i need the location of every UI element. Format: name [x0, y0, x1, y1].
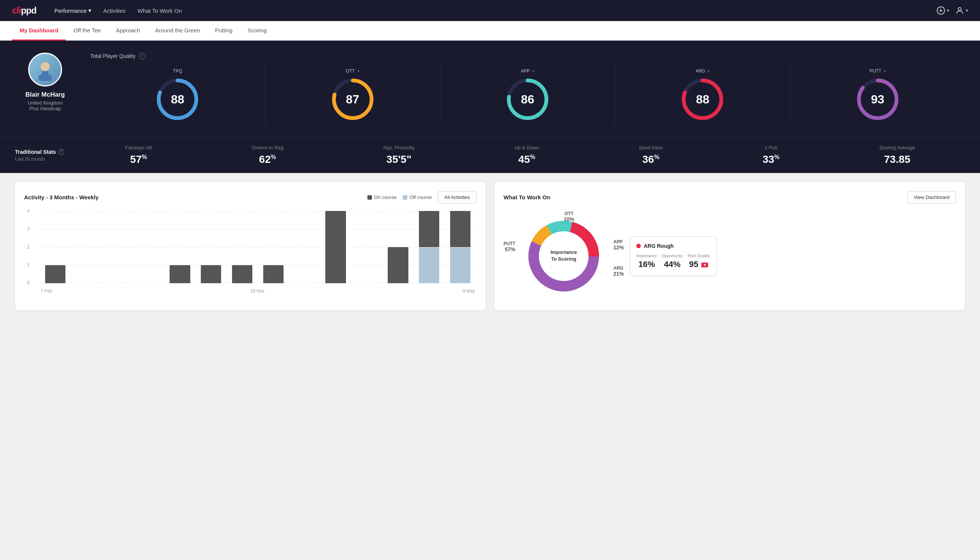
view-dashboard-button[interactable]: View Dashboard	[907, 191, 956, 203]
work-on-content: Importance To Scoring PUTT 57% OTT 10% A…	[504, 211, 956, 301]
app-logo[interactable]: clippd	[12, 5, 37, 16]
bar-stack	[446, 211, 475, 283]
bar-group	[134, 211, 163, 283]
flag-icon: ▼	[701, 263, 708, 267]
legend-on-course: On course	[368, 195, 397, 200]
bar-stack	[228, 211, 257, 283]
player-country: United Kingdom	[28, 100, 63, 106]
nav-right-icons: ▾ ▾	[937, 6, 968, 15]
all-activities-button[interactable]: All Activities	[438, 191, 476, 203]
x-label-mar: 28 Mar	[250, 288, 265, 294]
arrow-icon: ↗	[883, 69, 886, 73]
work-on-header: What To Work On View Dashboard	[504, 191, 956, 203]
svg-point-3	[958, 8, 961, 10]
bar-group	[321, 211, 351, 283]
trad-item-gir: Greens In Reg 62%	[251, 145, 284, 165]
svg-text:Importance: Importance	[551, 249, 577, 255]
ott-label: OTT 10%	[564, 211, 574, 222]
on-course-bar	[232, 265, 253, 283]
arg-label: ARG 21%	[613, 265, 624, 277]
bar-stack	[103, 211, 132, 283]
on-course-bar	[263, 265, 284, 283]
quality-card-tpq: TPQ 88	[90, 65, 265, 125]
tab-scoring[interactable]: Scoring	[240, 21, 274, 41]
bar-stack	[321, 211, 351, 283]
tab-my-dashboard[interactable]: My Dashboard	[12, 21, 66, 41]
info-stat-importance: Importance 16%	[636, 253, 657, 269]
quality-section: Total Player Quality ? TPQ 88	[90, 53, 965, 125]
hero-section: Blair McHarg United Kingdom Plus Handica…	[0, 41, 980, 137]
bar-group	[414, 211, 444, 283]
top-navigation: clippd Performance ▾ Activities What To …	[0, 0, 980, 21]
player-info: Blair McHarg United Kingdom Plus Handica…	[15, 53, 75, 111]
off-course-dot	[403, 195, 407, 200]
info-stats: Importance 16% Opportunity 44% Shot Qual…	[636, 253, 710, 269]
bar-group	[290, 211, 319, 283]
bar-group	[228, 211, 257, 283]
bar-group	[41, 211, 70, 283]
nav-what-to-work-on[interactable]: What To Work On	[138, 8, 182, 14]
trad-item-fairways: Fairways Hit 57%	[125, 145, 152, 165]
traditional-stats: Traditional Stats ? Last 20 rounds Fairw…	[0, 137, 980, 173]
quality-card-app: APP ↗ 86	[440, 65, 615, 125]
avatar	[28, 53, 62, 87]
on-course-bar	[419, 211, 439, 247]
app-chart: 86	[505, 77, 550, 122]
bar-stack	[134, 211, 163, 283]
quality-card-arg: ARG ↗ 88	[615, 65, 790, 125]
quality-title: Total Player Quality ?	[90, 53, 965, 59]
activity-card-header: Activity - 3 Months - Weekly On course O…	[24, 191, 476, 203]
bar-stack	[165, 211, 195, 283]
nav-performance[interactable]: Performance ▾	[55, 7, 92, 14]
bar-stack	[72, 211, 101, 283]
work-on-title: What To Work On	[504, 194, 550, 200]
bar-group	[446, 211, 475, 283]
info-stat-opportunity: Opportunity 44%	[662, 253, 683, 269]
nav-links: Performance ▾ Activities What To Work On	[55, 7, 182, 14]
tab-putting[interactable]: Putting	[208, 21, 240, 41]
on-course-bar	[388, 247, 408, 283]
tab-off-the-tee[interactable]: Off the Tee	[66, 21, 108, 41]
on-course-bar	[325, 211, 346, 283]
app-label: APP 12%	[613, 239, 624, 250]
help-icon[interactable]: ?	[139, 53, 146, 59]
x-label-may: 9 May	[463, 288, 475, 294]
info-stat-shot-quality: Shot Quality 95 ▼	[687, 253, 710, 269]
bar-group	[383, 211, 413, 283]
quality-cards: TPQ 88 OTT ↗	[90, 65, 965, 125]
info-card: ARG Rough Importance 16% Opportunity 44%…	[630, 237, 716, 276]
bar-group	[72, 211, 101, 283]
ott-chart: 87	[330, 77, 375, 122]
quality-card-putt: PUTT ↗ 93	[790, 65, 965, 125]
trad-item-up-down: Up & Down 45%	[514, 145, 539, 165]
on-course-bar	[201, 265, 221, 283]
arrow-icon: ↗	[707, 69, 710, 73]
off-course-bar	[450, 247, 471, 283]
trad-stats-label: Traditional Stats ? Last 20 rounds	[15, 149, 75, 162]
bars-container	[39, 211, 476, 283]
on-course-bar	[45, 265, 66, 283]
nav-activities[interactable]: Activities	[103, 8, 126, 14]
svg-point-4	[41, 62, 50, 71]
tabs-bar: My Dashboard Off the Tee Approach Around…	[0, 21, 980, 41]
add-button[interactable]: ▾	[937, 6, 949, 15]
on-course-bar	[170, 265, 190, 283]
bar-stack	[196, 211, 226, 283]
info-card-title: ARG Rough	[636, 243, 710, 249]
user-menu-button[interactable]: ▾	[955, 6, 968, 15]
player-name: Blair McHarg	[26, 91, 65, 98]
putt-chart: 93	[855, 77, 900, 122]
bar-group	[259, 211, 288, 283]
x-axis-labels: 7 Feb 28 Mar 9 May	[39, 288, 476, 294]
bar-stack	[383, 211, 413, 283]
tab-approach[interactable]: Approach	[108, 21, 147, 41]
activity-card: Activity - 3 Months - Weekly On course O…	[15, 182, 486, 310]
tab-around-the-green[interactable]: Around the Green	[147, 21, 207, 41]
help-icon[interactable]: ?	[58, 149, 64, 155]
on-course-dot	[368, 195, 372, 200]
legend-off-course: Off course	[403, 195, 432, 200]
off-course-bar	[419, 247, 439, 283]
info-dot	[636, 244, 641, 248]
bar-stack	[414, 211, 444, 283]
work-on-card: What To Work On View Dashboard Importanc…	[494, 182, 965, 310]
